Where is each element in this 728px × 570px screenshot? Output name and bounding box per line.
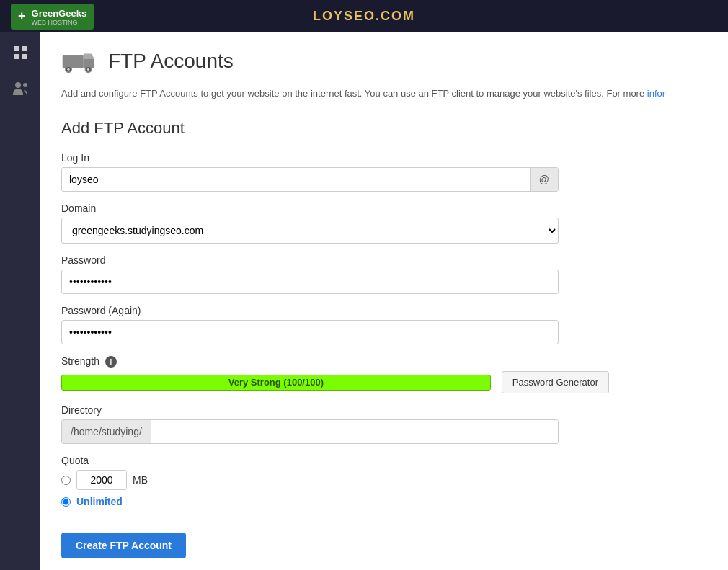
top-nav: + GreenGeeks WEB HOSTING LOYSEO.COM bbox=[0, 0, 728, 32]
ftp-icon bbox=[61, 47, 97, 76]
svg-point-5 bbox=[23, 83, 27, 87]
password-generator-button[interactable]: Password Generator bbox=[502, 371, 609, 393]
page-title: FTP Accounts bbox=[108, 50, 234, 73]
login-group: Log In @ bbox=[61, 152, 609, 192]
quota-mb-radio[interactable] bbox=[61, 476, 71, 485]
strength-bar: Very Strong (100/100) bbox=[61, 375, 491, 391]
at-symbol: @ bbox=[530, 168, 558, 191]
logo-sub-text: WEB HOSTING bbox=[32, 19, 87, 26]
sidebar-item-users[interactable] bbox=[7, 76, 32, 101]
svg-rect-2 bbox=[14, 54, 19, 59]
strength-row: Very Strong (100/100) Password Generator bbox=[61, 371, 609, 393]
password-label: Password bbox=[61, 254, 609, 266]
strength-bar-text: Very Strong (100/100) bbox=[228, 377, 324, 388]
logo[interactable]: + GreenGeeks WEB HOSTING bbox=[11, 4, 94, 30]
password-group: Password bbox=[61, 254, 609, 294]
sidebar bbox=[0, 32, 40, 570]
svg-marker-8 bbox=[84, 54, 94, 59]
strength-group: Strength i Very Strong (100/100) Passwor… bbox=[61, 355, 609, 394]
quota-value-input[interactable] bbox=[76, 470, 127, 490]
strength-info-icon[interactable]: i bbox=[105, 356, 117, 368]
page-description: Log In Add and configure FTP Accounts to… bbox=[61, 86, 706, 101]
more-info-link[interactable]: infor bbox=[647, 88, 665, 99]
svg-rect-6 bbox=[63, 55, 84, 68]
password-again-input[interactable] bbox=[61, 320, 559, 344]
svg-rect-1 bbox=[22, 46, 27, 51]
domain-select[interactable]: greengeeks.studyingseo.com bbox=[61, 218, 559, 244]
page-header: FTP Accounts bbox=[61, 47, 706, 76]
quota-group: Quota MB Unlimited bbox=[61, 455, 609, 507]
quota-unlimited-radio[interactable] bbox=[61, 497, 71, 507]
password-input[interactable] bbox=[61, 270, 559, 294]
directory-label: Directory bbox=[61, 404, 609, 416]
quota-label: Quota bbox=[61, 455, 609, 466]
quota-unlimited-option: Unlimited bbox=[61, 496, 609, 507]
password-again-group: Password (Again) bbox=[61, 305, 609, 344]
login-input[interactable] bbox=[62, 168, 530, 191]
login-input-wrapper: @ bbox=[61, 167, 559, 192]
svg-rect-3 bbox=[22, 54, 27, 59]
main-layout: FTP Accounts Log In Add and configure FT… bbox=[0, 32, 728, 570]
password-again-label: Password (Again) bbox=[61, 305, 609, 316]
quota-mb-option: MB bbox=[61, 470, 609, 490]
logo-main-text: GreenGeeks bbox=[32, 8, 87, 19]
strength-label: Strength i bbox=[61, 355, 609, 368]
create-ftp-account-button[interactable]: Create FTP Account bbox=[61, 533, 186, 558]
directory-row: /home/studying/ bbox=[61, 419, 559, 444]
svg-point-4 bbox=[15, 82, 21, 88]
quota-unit: MB bbox=[133, 474, 148, 486]
svg-rect-0 bbox=[14, 46, 19, 51]
form-title: Add FTP Account bbox=[61, 119, 609, 138]
logo-plus-icon: + bbox=[18, 9, 26, 24]
domain-label: Domain bbox=[61, 202, 609, 214]
content-area: FTP Accounts Log In Add and configure FT… bbox=[40, 32, 728, 570]
directory-group: Directory /home/studying/ bbox=[61, 404, 609, 444]
quota-options: MB Unlimited bbox=[61, 470, 609, 507]
domain-group: Domain greengeeks.studyingseo.com bbox=[61, 202, 609, 244]
svg-point-10 bbox=[67, 68, 69, 71]
directory-input[interactable] bbox=[151, 420, 558, 443]
svg-point-12 bbox=[87, 68, 89, 71]
add-ftp-account-form: Add FTP Account Log In @ Domain greengee… bbox=[61, 119, 609, 559]
login-label: Log In bbox=[61, 152, 609, 164]
strength-bar-container: Very Strong (100/100) bbox=[61, 375, 491, 391]
site-label: LOYSEO.COM bbox=[313, 9, 415, 24]
quota-unlimited-label: Unlimited bbox=[76, 496, 123, 507]
sidebar-item-grid[interactable] bbox=[7, 40, 32, 65]
directory-prefix: /home/studying/ bbox=[62, 420, 151, 443]
